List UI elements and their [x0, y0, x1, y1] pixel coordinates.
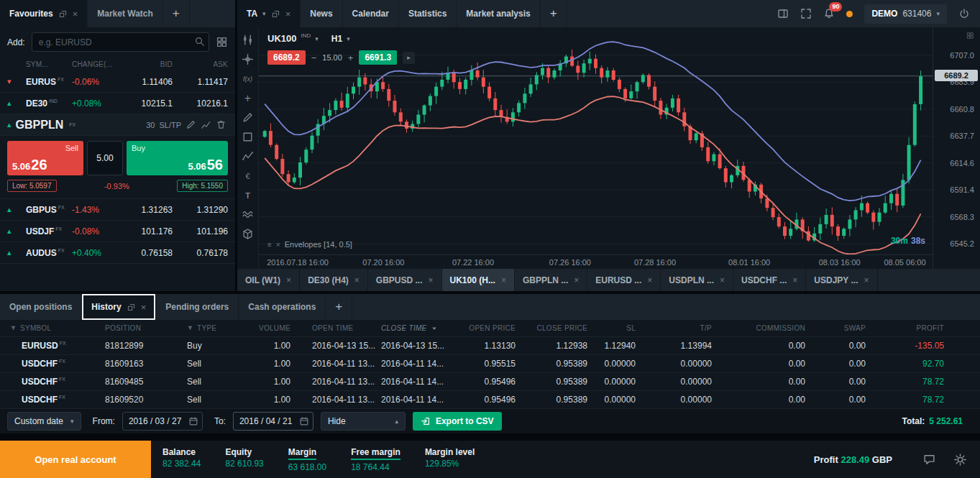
search-icon[interactable] [194, 36, 205, 47]
chart-type-icon[interactable] [242, 34, 254, 46]
instrument-tab-de30-h4[interactable]: DE30 (H4)× [300, 269, 368, 291]
col-change[interactable]: CHANGE(... [72, 60, 118, 68]
tab-pending-orders[interactable]: Pending orders [156, 294, 239, 320]
shapes-icon[interactable] [242, 131, 254, 143]
close-icon[interactable]: × [501, 275, 506, 285]
tab-cash-operations[interactable]: Cash operations [239, 294, 326, 320]
close-icon[interactable]: × [285, 9, 291, 19]
calendar-icon[interactable] [299, 416, 309, 426]
chart-sell-button[interactable]: 6689.2 [267, 50, 306, 65]
ask-price[interactable]: 0.76178 [173, 248, 228, 258]
instrument-tab-eurusd[interactable]: EURUSD ...× [587, 269, 661, 291]
add-chart-tab-button[interactable]: + [541, 0, 567, 27]
objects-3d-icon[interactable] [242, 228, 254, 240]
from-date-input[interactable] [129, 416, 186, 426]
fullscreen-icon[interactable] [800, 8, 812, 19]
tab-market-analysis[interactable]: Market analysis [457, 0, 540, 27]
timeframe-select[interactable]: H1 [331, 34, 342, 44]
instrument-tab-uk100-h[interactable]: UK100 (H...× [442, 269, 515, 291]
chevron-down-icon[interactable]: ▾ [315, 35, 319, 42]
instrument-tab-usdchf[interactable]: USDCHF ...× [733, 269, 806, 291]
account-switcher[interactable]: DEMO 631406 ▾ [864, 4, 947, 24]
tab-news[interactable]: News [301, 0, 342, 27]
layout-icon[interactable] [777, 8, 789, 19]
close-icon[interactable]: × [720, 275, 725, 285]
export-csv-button[interactable]: Export to CSV [413, 412, 502, 431]
ask-price[interactable]: 101.196 [173, 226, 228, 236]
tab-statistics[interactable]: Statistics [399, 0, 457, 27]
instrument-tab-usdpln[interactable]: USDPLN ...× [661, 269, 733, 291]
zigzag-icon[interactable] [242, 150, 254, 162]
sltp-button[interactable]: SL/TP [159, 121, 181, 129]
add-watchlist-tab-button[interactable]: + [163, 0, 190, 27]
edit-order-icon[interactable] [186, 119, 196, 130]
indicator-remove-icon[interactable]: × [276, 241, 280, 249]
crosshair-icon[interactable] [242, 53, 254, 65]
col-ask[interactable]: ASK [173, 60, 228, 68]
watchlist-row[interactable]: ▾EURUSFX-0.06%1.114061.11417 [0, 71, 235, 93]
chevron-down-icon[interactable]: ▾ [262, 10, 266, 17]
notifications-button[interactable]: 90 [823, 8, 835, 19]
sort-desc-icon[interactable] [431, 325, 438, 332]
column-header-type[interactable]: TYPE [187, 324, 248, 332]
popout-icon[interactable] [127, 303, 136, 312]
watchlist-row[interactable]: ▴AUDUSFX+0.40%0.761580.76178 [0, 242, 235, 264]
buy-button[interactable]: Buy 5.0656 [127, 141, 228, 175]
bid-price[interactable]: 10215.1 [118, 98, 173, 109]
history-row[interactable]: EURUSDFX81812899Buy1.002016-04-13 15...2… [0, 337, 980, 355]
close-icon[interactable]: × [286, 275, 291, 285]
watchlist-row[interactable]: ▴USDJFFX-0.08%101.176101.196 [0, 221, 235, 242]
close-icon[interactable]: × [574, 275, 579, 285]
hide-select[interactable]: Hide ▴ [321, 412, 406, 431]
popout-icon[interactable] [271, 9, 280, 19]
close-icon[interactable]: × [792, 275, 797, 285]
volume-input[interactable]: 5.00 [87, 141, 123, 175]
currency-icon[interactable]: € [242, 170, 254, 182]
expanded-instrument-header[interactable]: ▴ GBPPLN FX 30 SL/TP [0, 114, 235, 136]
grid-view-icon[interactable] [216, 36, 228, 48]
instrument-tab-gbppln[interactable]: GBPPLN ...× [515, 269, 587, 291]
open-chart-icon[interactable] [201, 119, 211, 130]
bid-price[interactable]: 1.31263 [118, 205, 173, 215]
time-axis[interactable]: 2016.07.18 16:0007.20 16:0007.22 16:0007… [259, 254, 933, 269]
close-icon[interactable]: × [141, 302, 147, 313]
close-icon[interactable]: × [73, 9, 78, 19]
volume-increase-button[interactable]: + [348, 52, 354, 63]
tab-market-watch[interactable]: Market Watch [88, 0, 163, 27]
logout-icon[interactable] [958, 8, 970, 19]
indicator-settings-icon[interactable]: ≡ [267, 241, 272, 249]
ask-price[interactable]: 1.31290 [173, 205, 228, 215]
column-header-symbol[interactable]: SYMBOL [0, 324, 105, 332]
filter-icon[interactable] [187, 325, 193, 331]
bid-price[interactable]: 101.176 [118, 226, 173, 236]
ask-price[interactable]: 1.11417 [173, 77, 228, 87]
instrument-tab-oil-w1[interactable]: OIL (W1)× [237, 269, 300, 291]
ask-price[interactable]: 10216.1 [173, 98, 228, 109]
popout-icon[interactable] [58, 9, 68, 19]
summary-label[interactable]: Free margin [351, 448, 400, 460]
history-row[interactable]: USDCHFFX81609485Sell1.002016-04-11 13...… [0, 373, 980, 391]
tab-technical-analysis[interactable]: TA ▾ × [237, 0, 301, 27]
chart-symbol-select[interactable]: UK100 [267, 33, 296, 44]
close-icon[interactable]: × [647, 275, 652, 285]
tab-calendar[interactable]: Calendar [343, 0, 399, 27]
open-real-account-button[interactable]: Open real account [0, 441, 151, 478]
function-icon[interactable]: f(x) [242, 73, 254, 85]
order-expand-icon[interactable]: ▸ [403, 52, 415, 64]
scale-settings-icon[interactable] [966, 32, 974, 40]
date-range-select[interactable]: Custom date ▾ [7, 412, 81, 431]
instrument-tab-usdjpy[interactable]: USDJPY ...× [806, 269, 877, 291]
sell-button[interactable]: Sell 5.0626 [7, 141, 83, 175]
price-axis[interactable]: 6689.2 6707.06683.96660.86637.76614.6659… [933, 27, 980, 269]
remove-instrument-icon[interactable] [216, 119, 226, 130]
column-header-close-time[interactable]: CLOSE TIME [381, 324, 464, 332]
add-positions-tab-button[interactable]: + [326, 294, 352, 320]
close-icon[interactable]: × [864, 275, 869, 285]
summary-label[interactable]: Margin [288, 448, 316, 460]
chart-buy-button[interactable]: 6691.3 [359, 50, 397, 65]
waves-icon[interactable] [242, 208, 254, 221]
calendar-icon[interactable] [188, 416, 198, 426]
close-icon[interactable]: × [354, 275, 360, 285]
text-tool-icon[interactable]: T [242, 189, 254, 201]
chevron-down-icon[interactable]: ▾ [347, 35, 350, 42]
